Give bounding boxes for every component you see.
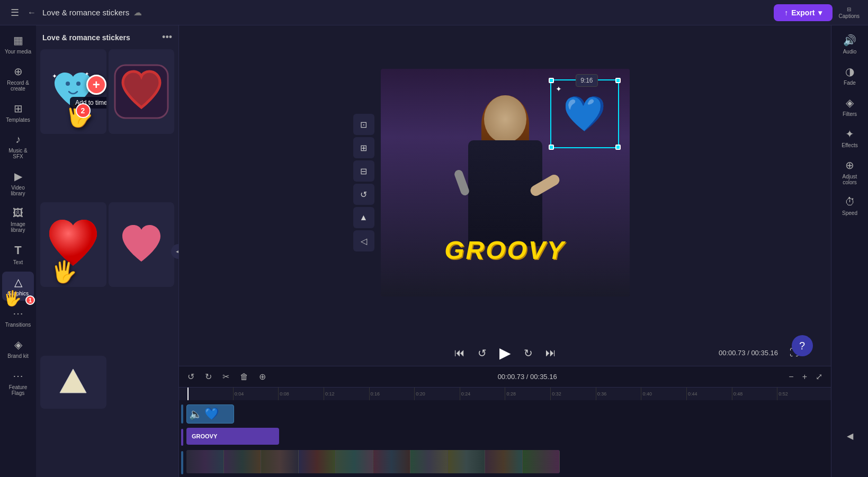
right-panel-filters[interactable]: ◈ Filters [834,92,866,121]
sidebar-item-transitions[interactable]: ⋯ Transitions [2,303,34,332]
toolbar-preview-btn[interactable]: ⊡ [353,114,374,135]
handle-top-left[interactable] [549,78,554,83]
toolbar-fit-btn[interactable]: ⊟ [353,160,374,182]
fwd5-button[interactable]: ↻ [524,347,533,359]
sticker-overlay[interactable]: 💙 ✦ [550,79,619,148]
video-thumb-5 [336,450,373,473]
track-left-video [180,450,186,475]
handle-bottom-left[interactable] [549,145,554,150]
collapse-right-button[interactable]: ◀ [843,427,857,445]
track-left-sticker [180,403,186,425]
sticker-heart-outline[interactable] [109,49,175,134]
video-library-icon: ▶ [14,170,22,183]
ruler-mark-10: 0:40 [641,388,686,400]
ruler-mark-9: 0:36 [596,388,641,400]
track-content-video [186,449,830,476]
handle-top-right[interactable] [615,78,621,83]
panel-header: Love & romance stickers ••• [36,25,178,47]
sticker-ghost[interactable] [40,356,106,409]
captions-panel-button[interactable]: ⊟ Captions [839,6,860,19]
canvas-area[interactable]: GROOVY 💙 ✦ ⊡ ⊞ ⊟ [179,25,831,340]
sidebar-item-record-create[interactable]: ⊕ Record & create [2,61,34,96]
right-panel-audio[interactable]: 🔊 Audio [834,30,866,59]
transitions-icon: ⋯ [13,307,23,320]
captions-icon: ⊟ [847,6,851,12]
track-handle-video [181,451,183,474]
ruler-mark-13: 0:52 [777,388,822,400]
sidebar-item-video-library[interactable]: ▶ Video library [2,166,34,201]
sidebar-item-feature-flags[interactable]: ⋯ Feature Flags [2,365,34,400]
project-title: Love & romance stickers ☁ [42,7,142,17]
ruler-mark-7: 0:28 [505,388,550,400]
sidebar-item-templates[interactable]: ⊞ Templates [2,98,34,127]
timeline-ruler: 0:04 0:08 0:12 0:16 0:20 0:24 0:28 0:32 … [179,388,831,400]
play-button[interactable]: ▶ [499,344,511,362]
speed-icon: ⏱ [845,196,855,208]
person-silhouette [447,95,563,296]
ruler-mark-4: 0:16 [369,388,415,400]
expand-button[interactable]: ⤢ [813,370,825,384]
panel-more-button[interactable]: ••• [162,32,172,43]
main-content: ▦ Your media ⊕ Record & create ⊞ Templat… [0,25,868,477]
toolbar-crop-btn[interactable]: ⊞ [353,137,374,158]
sticker-clip[interactable]: 🔈 💙 [186,404,234,424]
stickers-grid: ✦ ✦ + Add to timeline 🖐 2 [36,47,178,477]
right-panel-collapse: ◀ [843,427,857,445]
brand-kit-icon: ◈ [14,338,22,351]
timeline-time: 00:00.73 / 00:35.16 [274,373,780,381]
cut-button[interactable]: ✂ [220,370,231,384]
help-button[interactable]: ? [792,335,813,356]
toolbar-rotate-btn[interactable]: ↺ [353,184,374,205]
sidebar-item-brand-kit[interactable]: ◈ Brand kit [2,334,34,363]
redo-button[interactable]: ↻ [203,370,214,384]
sticker-simple-heart[interactable] [109,202,175,287]
video-thumb-1 [186,450,224,473]
sticker-red-heart[interactable]: 🖐 [40,202,106,287]
back5-button[interactable]: ↺ [478,347,487,359]
ruler-marks: 0:04 0:08 0:12 0:16 0:20 0:24 0:28 0:32 … [187,388,822,400]
effects-icon: ✦ [845,128,854,140]
groovy-clip[interactable]: GROOVY [186,428,279,445]
right-panel-effects[interactable]: ✦ Effects [834,123,866,152]
video-clip[interactable] [186,450,560,473]
handle-bottom-right[interactable] [615,145,621,150]
chevron-down-icon: ▾ [818,8,822,17]
export-icon: ↑ [784,8,788,17]
right-panel: 🔊 Audio ◑ Fade ◈ Filters ✦ Effects ⊕ Adj… [831,25,868,477]
aspect-ratio-badge: 9:16 [576,74,597,87]
playback-bar: ⏮ ↺ ▶ ↻ ⏭ 00:00.73 / 00:35.16 ⛶ [179,340,831,366]
undo-button[interactable]: ↺ [185,370,196,384]
groovy-track-row: GROOVY [179,426,831,449]
timeline-area: ↺ ↻ ✂ 🗑 ⊕ 00:00.73 / 00:35.16 − + ⤢ 0:04 [179,366,831,477]
sidebar-item-text[interactable]: T Text [2,239,34,269]
copy-button[interactable]: ⊕ [257,370,268,384]
right-panel-fade[interactable]: ◑ Fade [834,61,866,90]
right-panel-adjust[interactable]: ⊕ Adjust colors [834,155,866,190]
sidebar-item-image-library[interactable]: 🖼 Image library [2,203,34,237]
zoom-out-button[interactable]: − [786,370,795,384]
toolbar-flip-h-btn[interactable]: ◁ [353,230,374,251]
groovy-text: GROOVY [444,236,566,265]
hamburger-button[interactable]: ☰ [8,5,21,21]
sidebar-item-music-sfx[interactable]: ♪ Music & SFX [2,129,34,164]
canvas-toolbar: ⊡ ⊞ ⊟ ↺ ▲ ◁ [353,114,374,251]
timeline-tracks[interactable]: 🔈 💙 GROOVY [179,400,831,477]
sidebar-item-your-media[interactable]: ▦ Your media [2,30,34,59]
svg-point-0 [66,82,70,86]
export-button[interactable]: ↑ Export ▾ [774,4,832,21]
toolbar-flip-v-btn[interactable]: ▲ [353,207,374,228]
sticker-blue-heart[interactable]: ✦ ✦ + Add to timeline 🖐 2 [40,49,106,134]
video-thumb-8 [448,450,486,473]
skip-button[interactable]: ⏭ [545,347,556,359]
text-icon: T [14,244,21,257]
header: ☰ ← Love & romance stickers ☁ ↑ Export ▾… [0,0,868,25]
sidebar-item-graphics[interactable]: △ Graphics 🖐 1 [2,272,34,301]
ghost-svg [57,366,89,398]
delete-button[interactable]: 🗑 [238,370,250,384]
stickers-panel: Love & romance stickers ••• ✦ ✦ [36,25,179,477]
right-panel-speed[interactable]: ⏱ Speed [834,192,866,220]
back-button[interactable]: ← [28,8,36,17]
music-icon: ♪ [15,133,21,146]
rewind-button[interactable]: ⏮ [454,347,465,359]
zoom-in-button[interactable]: + [800,370,809,384]
